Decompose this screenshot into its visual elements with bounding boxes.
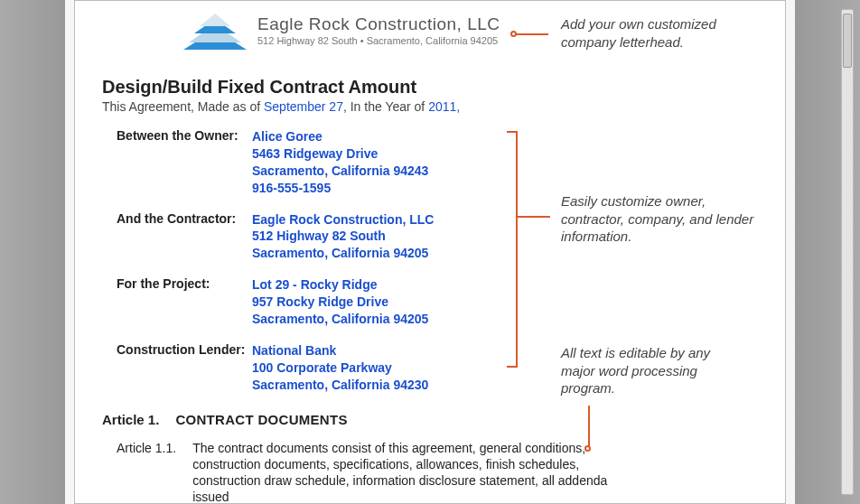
- connector-dot-icon: [584, 445, 591, 452]
- vertical-scrollbar[interactable]: [841, 9, 854, 495]
- svg-marker-3: [200, 14, 230, 26]
- owner-label: Between the Owner:: [117, 128, 252, 197]
- article-body: Article 1.1. The contract documents cons…: [102, 440, 758, 504]
- callout-letterhead: Add your own customized company letterhe…: [561, 15, 742, 51]
- connector-line-icon: [588, 406, 590, 449]
- article-heading: Article 1. CONTRACT DOCUMENTS: [102, 412, 758, 427]
- contractor-value[interactable]: Eagle Rock Construction, LLC512 Highway …: [252, 211, 434, 263]
- agreement-prefix: This Agreement, Made as of: [102, 99, 264, 114]
- callout-parties: Easily customize owner, contractor, comp…: [561, 192, 760, 246]
- project-label: For the Project:: [117, 276, 252, 328]
- article-title: CONTRACT DOCUMENTS: [175, 412, 347, 427]
- document-title: Design/Build Fixed Contract Amount: [102, 77, 758, 98]
- scrollbar-thumb[interactable]: [843, 14, 852, 68]
- agreement-year-field[interactable]: 2011,: [428, 99, 460, 114]
- lender-value[interactable]: National Bank100 Corporate ParkwaySacram…: [252, 342, 428, 394]
- article-sub-number: Article 1.1.: [117, 440, 176, 504]
- agreement-line: This Agreement, Made as of September 27,…: [102, 99, 758, 114]
- company-address: 512 Highway 82 South • Sacramento, Calif…: [257, 35, 500, 48]
- lender-label: Construction Lender:: [117, 342, 252, 394]
- owner-row: Between the Owner: Alice Goree5463 Ridge…: [102, 128, 758, 197]
- letterhead-text: Eagle Rock Construction, LLC 512 Highway…: [257, 14, 500, 48]
- connector-line-icon: [514, 33, 548, 35]
- company-name: Eagle Rock Construction, LLC: [257, 14, 500, 35]
- contractor-label: And the Contractor:: [117, 211, 252, 263]
- callout-editable: All text is editable by any major word p…: [561, 344, 742, 397]
- agreement-mid: , In the Year of: [343, 99, 428, 114]
- article-sub-text[interactable]: The contract documents consist of this a…: [192, 440, 635, 504]
- connector-dot-icon: [510, 31, 517, 37]
- project-value[interactable]: Lot 29 - Rocky Ridge957 Rocky Ridge Driv…: [252, 276, 428, 328]
- project-row: For the Project: Lot 29 - Rocky Ridge957…: [102, 276, 758, 328]
- company-logo-icon: [183, 12, 247, 50]
- article-number: Article 1.: [102, 412, 159, 427]
- owner-value[interactable]: Alice Goree5463 Ridgeway DriveSacramento…: [252, 128, 428, 197]
- connector-bracket-icon: [507, 131, 518, 368]
- agreement-date-field[interactable]: September 27: [264, 99, 343, 114]
- connector-line-icon: [518, 216, 550, 218]
- document-viewport: Eagle Rock Construction, LLC 512 Highway…: [65, 0, 795, 504]
- document-page: Eagle Rock Construction, LLC 512 Highway…: [74, 0, 786, 504]
- window-gutter-left: [0, 0, 65, 504]
